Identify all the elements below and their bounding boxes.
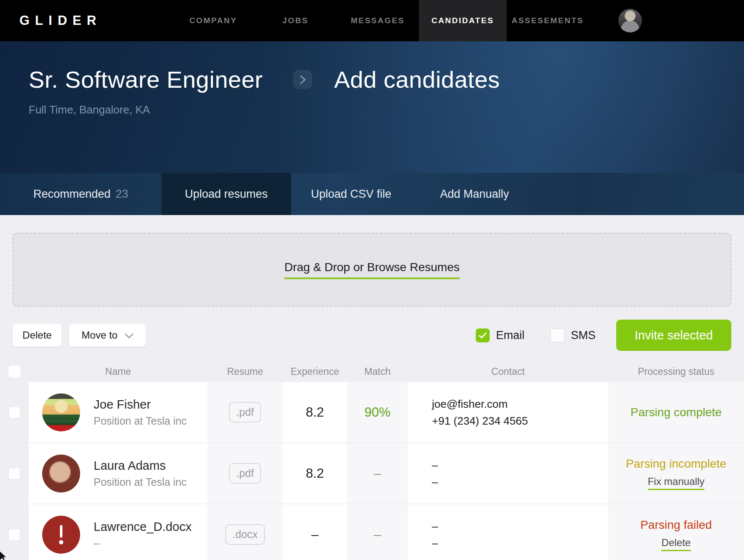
experience-value: 8.2 bbox=[306, 466, 324, 481]
nav-item-messages[interactable]: MESSAGES bbox=[337, 0, 419, 41]
tab-upload-resumes[interactable]: Upload resumes bbox=[162, 173, 291, 215]
tab-label: Upload CSV file bbox=[311, 188, 391, 201]
nav-item-candidates[interactable]: CANDIDATES bbox=[419, 0, 507, 41]
nav-links: COMPANY JOBS MESSAGES CANDIDATES ASSESEM… bbox=[172, 0, 589, 41]
experience-value: 8.2 bbox=[306, 405, 324, 420]
tab-label: Add Manually bbox=[440, 188, 509, 201]
nav-item-company[interactable]: COMPANY bbox=[172, 0, 254, 41]
tab-add-manually[interactable]: Add Manually bbox=[411, 173, 538, 215]
row-checkbox[interactable] bbox=[8, 407, 20, 418]
match-value: – bbox=[374, 527, 381, 542]
chevron-down-icon bbox=[124, 333, 134, 339]
email-checkbox[interactable] bbox=[476, 328, 490, 342]
glider-logo: GLIDER bbox=[19, 13, 102, 28]
column-header-contact: Contact bbox=[408, 366, 608, 377]
contact-email: joe@fisher.com bbox=[432, 396, 508, 412]
browse-resumes-link[interactable]: Drag & Drop or Browse Resumes bbox=[284, 261, 459, 279]
move-to-button[interactable]: Move to bbox=[69, 324, 146, 347]
breadcrumb-chevron-button[interactable] bbox=[293, 70, 312, 89]
fix-manually-link[interactable]: Fix manually bbox=[648, 476, 705, 490]
job-title: Sr. Software Engineer bbox=[29, 66, 263, 93]
email-checkbox-label[interactable]: Email bbox=[496, 329, 525, 342]
contact-email: – bbox=[432, 457, 438, 474]
delete-button[interactable]: Delete bbox=[13, 324, 62, 347]
table-header: Name Resume Experience Match Contact Pro… bbox=[0, 362, 744, 381]
resume-type-badge[interactable]: .docx bbox=[225, 524, 265, 545]
candidate-position: – bbox=[94, 537, 191, 549]
resume-type-badge[interactable]: .pdf bbox=[229, 402, 261, 423]
row-checkbox[interactable] bbox=[8, 529, 20, 541]
app-window: GLIDER COMPANY JOBS MESSAGES CANDIDATES … bbox=[0, 0, 744, 560]
nav-item-assesements[interactable]: ASSESEMENTS bbox=[507, 0, 589, 41]
match-value: – bbox=[374, 466, 381, 481]
tab-upload-csv[interactable]: Upload CSV file bbox=[291, 173, 411, 215]
resume-dropzone[interactable]: Drag & Drop or Browse Resumes bbox=[13, 233, 731, 307]
sms-checkbox[interactable] bbox=[550, 328, 564, 342]
tab-recommended[interactable]: Recommended 23 bbox=[0, 173, 162, 215]
status-badge: Parsing failed bbox=[640, 518, 712, 532]
candidate-name: Lawrence_D.docx bbox=[94, 520, 191, 534]
column-header-resume: Resume bbox=[208, 366, 283, 377]
table-row: Laura Adams Position at Tesla inc .pdf 8… bbox=[0, 443, 744, 503]
contact-phone: +91 (234) 234 4565 bbox=[432, 412, 528, 429]
candidate-name: Laura Adams bbox=[94, 459, 187, 473]
action-bar: Delete Move to Email SMS Invite selected bbox=[13, 320, 731, 351]
job-hero: Sr. Software Engineer Add candidates Ful… bbox=[0, 41, 744, 173]
tab-bar: Recommended 23 Upload resumes Upload CSV… bbox=[0, 173, 744, 215]
user-avatar[interactable] bbox=[618, 9, 642, 32]
top-navbar: GLIDER COMPANY JOBS MESSAGES CANDIDATES … bbox=[0, 0, 744, 41]
match-value: 90% bbox=[364, 405, 391, 420]
column-header-experience: Experience bbox=[283, 366, 347, 377]
check-icon bbox=[479, 332, 487, 339]
experience-value: – bbox=[311, 527, 318, 542]
parsing-error-icon bbox=[42, 516, 80, 554]
candidate-name: Joe Fisher bbox=[94, 398, 187, 412]
nav-item-jobs[interactable]: JOBS bbox=[254, 0, 337, 41]
candidate-position: Position at Tesla inc bbox=[94, 476, 187, 488]
column-header-match: Match bbox=[347, 366, 408, 377]
page-title: Add candidates bbox=[334, 66, 500, 93]
tab-recommended-count: 23 bbox=[116, 188, 128, 201]
sms-checkbox-label[interactable]: SMS bbox=[571, 329, 596, 342]
status-badge: Parsing complete bbox=[631, 406, 722, 419]
status-badge: Parsing incomplete bbox=[626, 457, 726, 471]
select-all-checkbox[interactable] bbox=[8, 366, 20, 377]
table-row: Lawrence_D.docx – .docx – – – – Parsing … bbox=[0, 504, 744, 560]
contact-phone: – bbox=[432, 535, 438, 552]
candidate-avatar bbox=[42, 455, 80, 493]
move-to-label: Move to bbox=[81, 329, 117, 341]
contact-email: – bbox=[432, 518, 438, 535]
invite-selected-button[interactable]: Invite selected bbox=[616, 320, 731, 351]
table-row: Joe Fisher Position at Tesla inc .pdf 8.… bbox=[0, 382, 744, 442]
column-header-processing-status: Processing status bbox=[608, 366, 744, 377]
column-header-name: Name bbox=[29, 366, 208, 377]
candidate-avatar bbox=[42, 393, 80, 431]
row-checkbox[interactable] bbox=[8, 468, 20, 479]
contact-phone: – bbox=[432, 474, 438, 490]
chevron-right-icon bbox=[300, 75, 306, 84]
exclamation-icon bbox=[59, 525, 64, 544]
tab-label: Recommended bbox=[33, 188, 111, 201]
resume-type-badge[interactable]: .pdf bbox=[229, 463, 261, 484]
delete-row-link[interactable]: Delete bbox=[661, 537, 690, 551]
tab-label: Upload resumes bbox=[185, 188, 268, 201]
candidate-position: Position at Tesla inc bbox=[94, 415, 187, 427]
job-subtitle: Full Time, Bangalore, KA bbox=[29, 103, 744, 116]
mouse-cursor bbox=[0, 552, 7, 560]
